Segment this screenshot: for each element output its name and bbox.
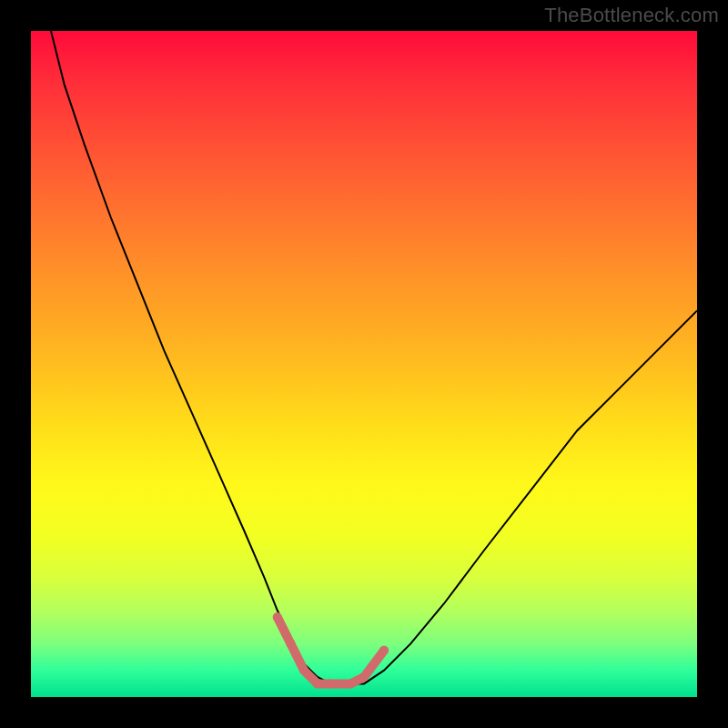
valley-marker-dot (359, 672, 369, 682)
valley-marker-dot (379, 646, 389, 655)
valley-marker-dot (273, 612, 282, 622)
bottleneck-curve-path (51, 31, 697, 683)
valley-marker-path (273, 612, 389, 688)
watermark-text: TheBottleneck.com (544, 4, 719, 27)
valley-marker-dot (326, 679, 335, 688)
curve-svg (31, 31, 697, 697)
valley-marker-dot (287, 639, 296, 648)
valley-marker-dot (299, 666, 308, 675)
valley-marker-dot (313, 679, 322, 688)
valley-marker-dot (346, 679, 355, 688)
plot-area (31, 31, 697, 697)
chart-frame: TheBottleneck.com (0, 0, 728, 728)
